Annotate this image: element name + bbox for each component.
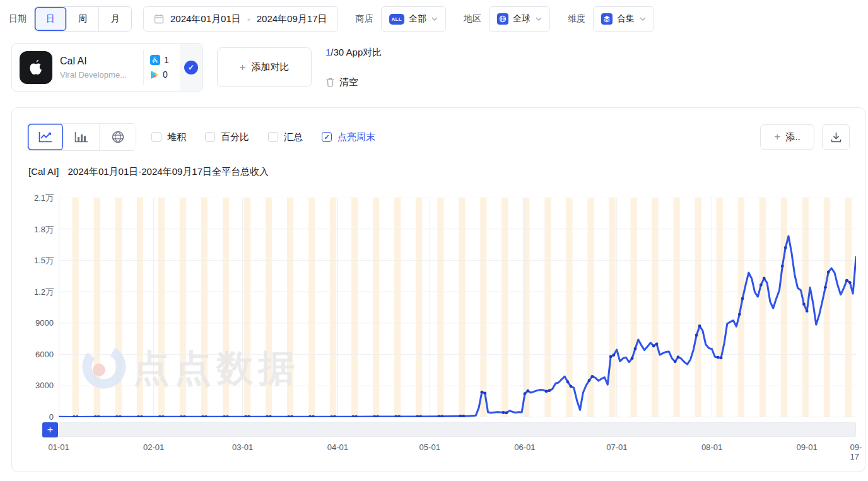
x-axis-tick-label: 09-17 <box>850 442 862 461</box>
weekend-dot <box>717 356 720 359</box>
clear-compare-button[interactable]: 清空 <box>326 76 382 88</box>
weekend-band <box>459 198 465 417</box>
chart-type-line-button[interactable] <box>28 124 64 150</box>
weekend-dot <box>634 347 637 350</box>
checkbox-label: 百分比 <box>221 131 249 143</box>
app-card[interactable]: Cal AI Viral Developme... 1 0 <box>11 43 203 92</box>
region-dropdown[interactable]: 全球 <box>489 6 550 32</box>
dimension-dropdown[interactable]: 合集 <box>593 6 654 32</box>
plus-icon: + <box>240 61 246 74</box>
weekend-dot <box>588 379 591 382</box>
y-axis-tick-label: 2.1万 <box>15 193 54 204</box>
weekend-band <box>480 198 486 417</box>
add-metric-button[interactable]: + 添.. <box>760 124 814 150</box>
weekend-dot <box>526 389 529 393</box>
weekend-dot <box>483 392 486 395</box>
checkbox-3[interactable]: ✓点亮周末 <box>322 131 375 143</box>
chart-panel: ✓堆积✓百分比✓汇总✓点亮周末 + 添.. [Cal AI] 2024年01月0… <box>11 107 865 472</box>
weekend-dot <box>481 391 484 394</box>
weekend-dot <box>524 392 527 395</box>
app-meta: Cal AI Viral Developme... <box>60 56 141 80</box>
weekend-band <box>544 198 551 417</box>
compare-count: 1/30 App对比 <box>326 47 382 59</box>
checkbox-box-icon: ✓ <box>151 132 161 142</box>
weekend-dot <box>631 357 634 360</box>
trash-icon <box>326 77 335 87</box>
checkbox-row: ✓堆积✓百分比✓汇总✓点亮周末 <box>151 131 375 143</box>
x-axis-tick-label: 03-01 <box>232 442 253 452</box>
weekend-band <box>308 198 315 417</box>
store-dropdown[interactable]: ALL 全部 <box>381 6 446 32</box>
x-axis-tick-label: 08-01 <box>701 442 722 452</box>
watermark-logo: 点点数据 <box>81 343 300 390</box>
checkbox-1[interactable]: ✓百分比 <box>205 131 249 143</box>
weekend-band <box>609 198 615 417</box>
checkbox-box-icon: ✓ <box>205 132 215 142</box>
download-icon <box>831 132 842 143</box>
watermark-text: 点点数据 <box>133 347 300 388</box>
compare-count-rest: /30 App对比 <box>331 47 382 57</box>
revenue-line <box>59 236 856 417</box>
date-range-separator: - <box>247 14 250 25</box>
plus-icon: + <box>774 131 780 143</box>
region-dropdown-value: 全球 <box>513 13 531 25</box>
datazoom-expand-button[interactable]: + <box>42 422 58 437</box>
line-chart-icon <box>38 131 52 143</box>
weekend-band <box>695 198 701 417</box>
weekend-dot <box>652 345 655 348</box>
app-icon <box>20 51 52 84</box>
x-axis-tick-label: 09-01 <box>797 442 818 452</box>
appstore-rank-value: 1 <box>164 55 169 65</box>
weekend-dot <box>548 389 551 392</box>
download-button[interactable] <box>822 124 850 150</box>
appstore-icon <box>150 55 160 65</box>
chart-type-bar-button[interactable] <box>64 124 100 150</box>
chart-toolbar: ✓堆积✓百分比✓汇总✓点亮周末 + 添.. <box>27 123 850 151</box>
checkbox-0[interactable]: ✓堆积 <box>151 131 186 143</box>
date-range-start: 2024年01月01日 <box>170 13 241 25</box>
weekend-band <box>394 198 401 417</box>
app-developer: Viral Developme... <box>60 70 141 80</box>
weekend-dot <box>545 390 548 393</box>
checkbox-label: 堆积 <box>167 131 186 143</box>
weekend-band <box>845 198 852 417</box>
chart-title-app: [Cal AI] <box>28 166 59 177</box>
weekend-dot <box>781 264 784 268</box>
weekend-dot <box>570 385 573 388</box>
date-range-end: 2024年09月17日 <box>257 13 327 25</box>
checkbox-box-icon: ✓ <box>322 132 332 142</box>
chart-title: [Cal AI] 2024年01月01日-2024年09月17日全平台总收入 <box>28 166 269 178</box>
weekend-band <box>351 198 358 417</box>
googleplay-rank-value: 0 <box>163 69 168 80</box>
dimension-dropdown-value: 合集 <box>617 13 635 25</box>
weekend-dot <box>741 297 744 300</box>
checkbox-2[interactable]: ✓汇总 <box>268 131 303 143</box>
all-stores-badge: ALL <box>389 14 404 25</box>
y-axis-tick-label: 1.8万 <box>15 224 54 235</box>
weekend-dot <box>845 279 848 282</box>
dimension-filter-label: 维度 <box>568 13 585 25</box>
date-mode-2[interactable]: 月 <box>99 7 131 31</box>
app-name: Cal AI <box>60 56 141 67</box>
weekend-dot <box>698 324 701 328</box>
googleplay-icon <box>150 70 159 80</box>
chevron-down-icon <box>536 17 542 21</box>
date-mode-1[interactable]: 周 <box>67 7 99 31</box>
globe-badge-icon <box>497 13 508 25</box>
add-compare-button[interactable]: + 添加对比 <box>217 47 312 87</box>
weekend-band <box>330 198 336 417</box>
weekend-dot <box>655 342 659 345</box>
date-mode-0[interactable]: 日 <box>35 7 67 31</box>
globe-icon <box>112 131 124 143</box>
chart-type-globe-button[interactable] <box>100 124 136 150</box>
datazoom-slider[interactable] <box>59 422 856 437</box>
revenue-line-chart[interactable]: 点点数据 <box>59 198 856 417</box>
toolbar-right: + 添.. <box>760 124 850 150</box>
chart-title-text: 2024年01月01日-2024年09月17日全平台总收入 <box>68 166 269 177</box>
date-range-picker[interactable]: 2024年01月01日 - 2024年09月17日 <box>143 6 338 32</box>
weekend-dot <box>720 357 723 360</box>
y-axis-tick-label: 1.5万 <box>15 255 54 266</box>
weekend-dot <box>609 355 613 359</box>
add-metric-label: 添.. <box>785 131 800 143</box>
app-selected-column[interactable]: ✓ <box>180 44 202 91</box>
